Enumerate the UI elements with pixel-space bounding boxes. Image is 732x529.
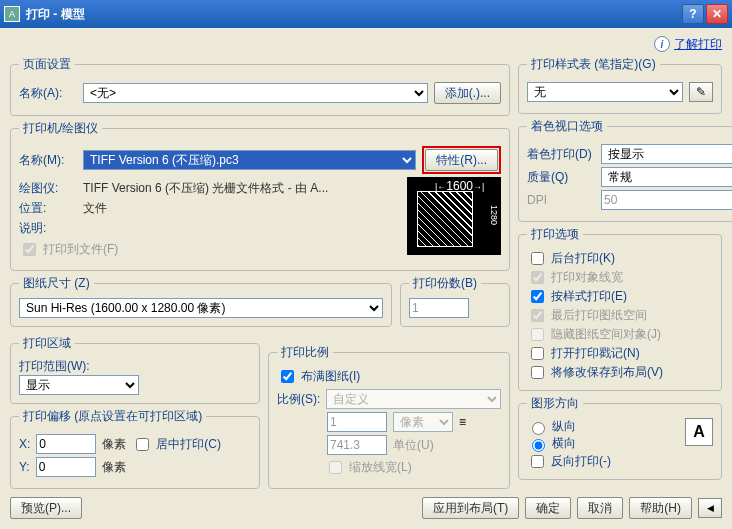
plot-range-select[interactable]: 显示 [19, 375, 139, 395]
landscape-label: 横向 [552, 435, 576, 452]
print-to-file-checkbox [23, 243, 36, 256]
offset-y-unit: 像素 [102, 459, 126, 476]
copies-group: 打印份数(B) [400, 275, 510, 327]
center-plot-checkbox[interactable] [136, 438, 149, 451]
add-page-setup-button[interactable]: 添加(.)... [434, 82, 501, 104]
dpi-label: DPI [527, 193, 595, 207]
scale-denom-unit: 单位(U) [393, 437, 434, 454]
plotter-label: 绘图仪: [19, 180, 77, 197]
reverse-label: 反向打印(-) [551, 453, 611, 470]
printer-name-label: 名称(M): [19, 152, 77, 169]
printer-name-select[interactable]: TIFF Version 6 (不压缩).pc3 [83, 150, 416, 170]
quality-select[interactable]: 常规 [601, 167, 732, 187]
reverse-checkbox[interactable] [531, 455, 544, 468]
center-plot-label: 居中打印(C) [156, 436, 221, 453]
page-setup-group: 页面设置 名称(A): <无> 添加(.)... [10, 56, 510, 116]
hide-checkbox [531, 328, 544, 341]
paper-preview: |←1600→| 1280 [407, 177, 501, 255]
offset-x-unit: 像素 [102, 436, 126, 453]
options-legend: 打印选项 [527, 226, 583, 243]
style-table-legend: 打印样式表 (笔指定)(G) [527, 56, 660, 73]
preview-button[interactable]: 预览(P)... [10, 497, 82, 519]
offset-group: 打印偏移 (原点设置在可打印区域) X: 像素 居中打印(C) Y: 像素 [10, 408, 260, 489]
paper-size-group: 图纸尺寸 (Z) Sun Hi-Res (1600.00 x 1280.00 像… [10, 275, 392, 327]
app-icon: A [4, 6, 20, 22]
scale-lw-label: 缩放线宽(L) [349, 459, 412, 476]
viewport-legend: 着色视口选项 [527, 118, 607, 135]
close-button[interactable]: ✕ [706, 4, 728, 24]
style-print-checkbox[interactable] [531, 290, 544, 303]
printer-properties-button[interactable]: 特性(R)... [425, 149, 498, 171]
scale-group: 打印比例 布满图纸(I) 比例(S):自定义 像素≡ 单位(U) 缩放线宽(L) [268, 344, 510, 489]
offset-x-label: X: [19, 437, 30, 451]
landscape-radio[interactable] [532, 439, 545, 452]
apply-layout-button[interactable]: 应用到布局(T) [422, 497, 519, 519]
copies-input [409, 298, 469, 318]
lw-checkbox [531, 271, 544, 284]
plot-area-group: 打印区域 打印范围(W): 显示 [10, 335, 260, 404]
portrait-label: 纵向 [552, 418, 576, 435]
help-button[interactable]: ? [682, 4, 704, 24]
shade-select[interactable]: 按显示 [601, 144, 732, 164]
window-title: 打印 - 模型 [26, 6, 680, 23]
style-print-label: 按样式打印(E) [551, 288, 627, 305]
page-name-select[interactable]: <无> [83, 83, 428, 103]
offset-legend: 打印偏移 (原点设置在可打印区域) [19, 408, 206, 425]
lw-label: 打印对象线宽 [551, 269, 623, 286]
plot-area-legend: 打印区域 [19, 335, 75, 352]
preview-height: 1280 [489, 205, 499, 225]
stamp-checkbox[interactable] [531, 347, 544, 360]
ok-button[interactable]: 确定 [525, 497, 571, 519]
hide-label: 隐藏图纸空间对象(J) [551, 326, 661, 343]
style-table-select[interactable]: 无 [527, 82, 683, 102]
info-icon: i [654, 36, 670, 52]
desc-label: 说明: [19, 220, 77, 237]
fit-paper-label: 布满图纸(I) [301, 368, 360, 385]
save-layout-checkbox[interactable] [531, 366, 544, 379]
scale-legend: 打印比例 [277, 344, 333, 361]
stamp-label: 打开打印戳记(N) [551, 345, 640, 362]
scale-denom-input [327, 435, 387, 455]
dpi-input [601, 190, 732, 210]
scale-ratio-select: 自定义 [326, 389, 501, 409]
save-layout-label: 将修改保存到布局(V) [551, 364, 663, 381]
orientation-group: 图形方向 纵向 横向 反向打印(-) A [518, 395, 722, 480]
bg-print-checkbox[interactable] [531, 252, 544, 265]
plot-range-label: 打印范围(W): [19, 358, 251, 375]
offset-y-input[interactable] [36, 457, 96, 477]
cancel-button[interactable]: 取消 [577, 497, 623, 519]
scale-unit-select: 像素 [393, 412, 453, 432]
scale-equals: ≡ [459, 415, 466, 429]
scale-ratio-label: 比例(S): [277, 391, 320, 408]
last-label: 最后打印图纸空间 [551, 307, 647, 324]
offset-x-input[interactable] [36, 434, 96, 454]
orientation-legend: 图形方向 [527, 395, 583, 412]
copies-legend: 打印份数(B) [409, 275, 481, 292]
page-name-label: 名称(A): [19, 85, 77, 102]
expand-button[interactable]: ◀ [698, 498, 722, 518]
printer-group: 打印机/绘图仪 名称(M): TIFF Version 6 (不压缩).pc3 … [10, 120, 510, 271]
portrait-radio[interactable] [532, 422, 545, 435]
location-label: 位置: [19, 200, 77, 217]
last-checkbox [531, 309, 544, 322]
chevron-left-icon: ◀ [707, 503, 714, 513]
printer-legend: 打印机/绘图仪 [19, 120, 102, 137]
shade-label: 着色打印(D) [527, 146, 595, 163]
style-edit-button[interactable]: ✎ [689, 82, 713, 102]
learn-link[interactable]: 了解打印 [674, 36, 722, 53]
help-footer-button[interactable]: 帮助(H) [629, 497, 692, 519]
titlebar: A 打印 - 模型 ? ✕ [0, 0, 732, 28]
paper-size-legend: 图纸尺寸 (Z) [19, 275, 94, 292]
paper-size-select[interactable]: Sun Hi-Res (1600.00 x 1280.00 像素) [19, 298, 383, 318]
fit-paper-checkbox[interactable] [281, 370, 294, 383]
viewport-group: 着色视口选项 着色打印(D)按显示 质量(Q)常规 DPI [518, 118, 732, 222]
orientation-icon: A [685, 418, 713, 446]
scale-num-input [327, 412, 387, 432]
print-to-file-label: 打印到文件(F) [43, 241, 118, 258]
bg-print-label: 后台打印(K) [551, 250, 615, 267]
plotter-value: TIFF Version 6 (不压缩) 光栅文件格式 - 由 A... [83, 180, 328, 197]
preview-hatch [417, 191, 473, 247]
quality-label: 质量(Q) [527, 169, 595, 186]
page-setup-legend: 页面设置 [19, 56, 75, 73]
style-table-group: 打印样式表 (笔指定)(G) 无✎ [518, 56, 722, 114]
